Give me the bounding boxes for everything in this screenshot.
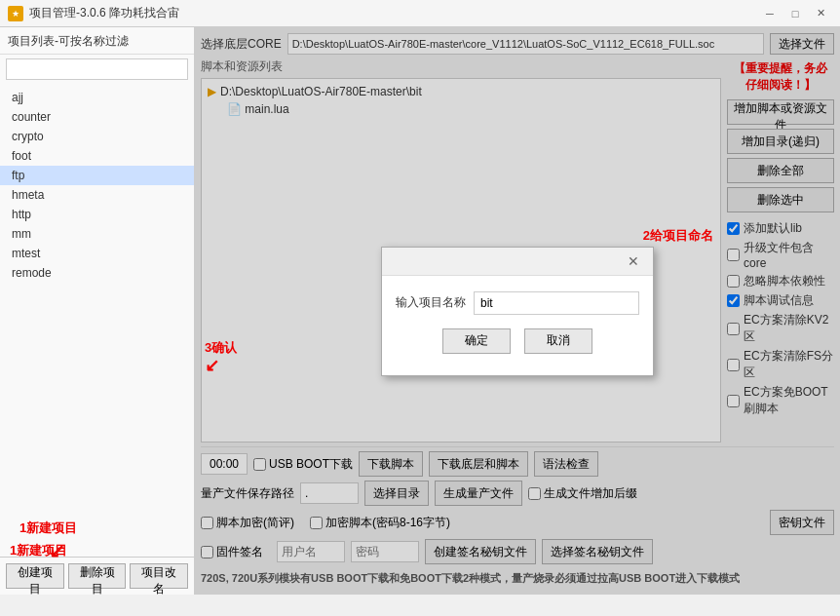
minimize-button[interactable]: ─ bbox=[758, 4, 782, 23]
main-layout: 项目列表-可按名称过滤 ajjcountercryptofootftphmeta… bbox=[0, 27, 840, 595]
modal-header: ✕ bbox=[382, 248, 653, 276]
modal-close-button[interactable]: ✕ bbox=[624, 253, 643, 269]
left-panel: 项目列表-可按名称过滤 ajjcountercryptofootftphmeta… bbox=[0, 27, 195, 595]
project-item[interactable]: mm bbox=[0, 224, 194, 244]
modal-body: 输入项目名称 确定 取消 bbox=[382, 276, 653, 375]
project-item[interactable]: foot bbox=[0, 146, 194, 166]
project-item[interactable]: mtest bbox=[0, 244, 194, 263]
modal-buttons: 确定 取消 bbox=[396, 328, 639, 366]
window-controls: ─ □ ✕ bbox=[758, 4, 832, 23]
project-item[interactable]: hmeta bbox=[0, 185, 194, 205]
project-item[interactable]: ajj bbox=[0, 88, 194, 107]
maximize-button[interactable]: □ bbox=[783, 4, 807, 23]
project-list: ajjcountercryptofootftphmetahttpmmmtestr… bbox=[0, 84, 194, 557]
modal-dialog: ✕ 输入项目名称 确定 取消 bbox=[381, 247, 654, 376]
modal-overlay: ✕ 输入项目名称 确定 取消 bbox=[195, 27, 840, 595]
project-item[interactable]: ftp bbox=[0, 166, 194, 185]
modal-cancel-button[interactable]: 取消 bbox=[524, 328, 592, 354]
modal-field-label: 输入项目名称 bbox=[396, 294, 466, 311]
close-button[interactable]: ✕ bbox=[809, 4, 832, 23]
project-item[interactable]: http bbox=[0, 205, 194, 224]
rename-project-button[interactable]: 项目改名 bbox=[130, 563, 188, 589]
project-item[interactable]: crypto bbox=[0, 127, 194, 146]
window-title: 项目管理-3.0.6 降功耗找合宙 bbox=[29, 5, 179, 21]
modal-project-name-input[interactable] bbox=[474, 291, 639, 315]
left-bottom-buttons: 创建项目 删除项目 项目改名 bbox=[0, 557, 194, 595]
app-icon: ★ bbox=[8, 6, 23, 21]
create-project-button[interactable]: 创建项目 bbox=[6, 563, 64, 589]
project-search-input[interactable] bbox=[6, 58, 188, 80]
left-panel-header: 项目列表-可按名称过滤 bbox=[0, 27, 194, 55]
modal-confirm-button[interactable]: 确定 bbox=[442, 328, 511, 354]
modal-field-row: 输入项目名称 bbox=[396, 291, 639, 315]
project-item[interactable]: counter bbox=[0, 107, 194, 127]
right-panel: 选择底层CORE 选择文件 脚本和资源列表 ▶ D:\Desktop\LuatO… bbox=[195, 27, 840, 595]
project-item[interactable]: remode bbox=[0, 263, 194, 283]
title-bar: ★ 项目管理-3.0.6 降功耗找合宙 ─ □ ✕ bbox=[0, 0, 840, 27]
delete-project-button[interactable]: 删除项目 bbox=[68, 563, 127, 589]
